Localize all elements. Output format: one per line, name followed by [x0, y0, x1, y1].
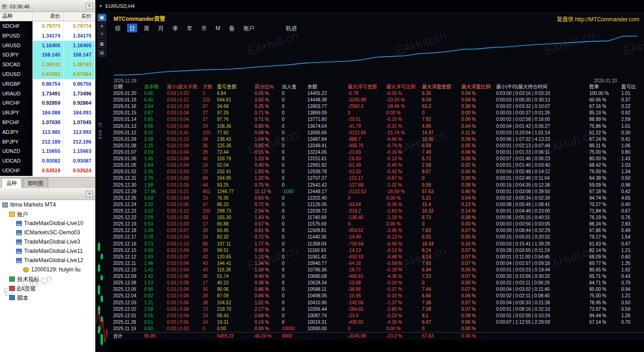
- menu-item-9[interactable]: 备: [227, 24, 237, 32]
- table-row[interactable]: 2026.01.129.310.03 | 0.4112377.820.58 %0…: [108, 130, 644, 136]
- table-row[interactable]: 2025.12.170.780.03 | 0.042482.320.72 %01…: [108, 234, 644, 240]
- navigator-item[interactable]: ltima Markets MT4: [0, 200, 95, 209]
- table-row[interactable]: 2025.12.163.730.03 | 0.1386197.111.77 %0…: [108, 241, 644, 247]
- table-row[interactable]: 2025.12.312.760.03 | 0.0984164.951.32 %0…: [108, 175, 644, 182]
- menu-item-3[interactable]: 周: [141, 24, 152, 32]
- indicator-list-icon[interactable]: ▤: [98, 49, 106, 57]
- navigator-item[interactable]: EA交易: [0, 283, 95, 293]
- table-row[interactable]: 2026.01.050.640.03 | 0.041952.040.40 %01…: [108, 162, 644, 169]
- navigator-item[interactable]: 12000129: huiyin liu: [0, 265, 95, 274]
- table-row[interactable]: 2025.11.280.510.03 | 0.051419.310.19 %01…: [108, 319, 644, 326]
- market-watch-row[interactable]: URGBP0.867540.86756: [0, 79, 95, 89]
- navigator-item[interactable]: ICMarketsSC-Demo03: [0, 228, 95, 237]
- table-row[interactable]: 2026.01.092.380.03 | 0.1058138.431.04 %0…: [108, 136, 644, 143]
- table-row[interactable]: 2026.01.150.870.03 | 0.042797.290.71 %01…: [108, 110, 644, 116]
- table-row[interactable]: 2026.01.200.060.03 | 0.0326.840.05 %0144…: [108, 90, 644, 97]
- menu-item-8[interactable]: M: [213, 25, 223, 32]
- navigator-item[interactable]: 技术指标: [0, 274, 95, 283]
- market-watch-row[interactable]: URUSD1.164051.16405: [0, 41, 95, 50]
- market-watch-row[interactable]: SDCAD1.387411.38743: [0, 60, 95, 69]
- market-watch-row[interactable]: BPJPY212.189212.196: [0, 137, 95, 147]
- cell: 2026.01.16: [113, 103, 143, 110]
- market-watch-row[interactable]: ADJPY113.985113.992: [0, 127, 95, 137]
- menu-item-5[interactable]: 季: [170, 24, 180, 32]
- cell: 0.03 | 0.06: [167, 273, 201, 280]
- table-row[interactable]: 2025.12.010.550.03 | 0.041468.430.68 %01…: [108, 313, 644, 319]
- panel-site-link[interactable]: 复盘侠 http://MTCommander.com: [557, 15, 639, 23]
- table-row[interactable]: 2025.12.121.690.03 | 0.0742120.651.10 %0…: [108, 254, 644, 260]
- table-row[interactable]: 2025.12.022.580.03 | 0.0873218.702.17 %0…: [108, 306, 644, 313]
- table-row[interactable]: 2025.12.101.410.03 | 0.0443116.281.09 %0…: [108, 267, 644, 273]
- cell: 2025.12.08: [113, 280, 143, 286]
- navigator-item[interactable]: TradeMaxGlobal-Live3: [0, 237, 95, 246]
- table-row[interactable]: 2025.11.190.000.00 | 0.0000.000.00 %1000…: [108, 326, 644, 332]
- market-watch-row[interactable]: UDNZD1.156551.15663: [0, 146, 95, 156]
- table-row[interactable]: 2025.12.031.310.03 | 0.0638104.521.01 %0…: [108, 300, 644, 306]
- cell: -0.36 %: [386, 201, 421, 208]
- navigator-item[interactable]: TradeMaxGlobal-Live10: [0, 219, 95, 228]
- menu-item-4[interactable]: 月: [156, 24, 166, 32]
- cell: 5455.22: [217, 333, 253, 340]
- table-row[interactable]: 2025.12.050.950.03 | 0.043090.060.86 %01…: [108, 286, 644, 293]
- chevron-down-icon[interactable]: ▼: [99, 4, 102, 8]
- table-row[interactable]: 2025.12.040.920.03 | 0.042887.090.84 %01…: [108, 293, 644, 299]
- table-row[interactable]: 2025.12.233.620.03 | 0.12103298.732.54 %…: [108, 208, 644, 214]
- market-watch-row[interactable]: URJPY184.088184.091: [0, 108, 95, 118]
- table-row[interactable]: 2026.01.140.850.03 | 0.042797.760.71 %01…: [108, 116, 644, 123]
- table-row[interactable]: 2025.12.2917.960.03 | 0.214511246.7711.1…: [108, 189, 644, 195]
- table-row[interactable]: 2026.01.070.930.03 | 0.042872.440.55 %01…: [108, 149, 644, 156]
- window-restore-icon[interactable]: ▣: [98, 14, 106, 21]
- table-row[interactable]: 2025.12.222.090.03 | 0.0563165.301.43 %0…: [108, 214, 644, 221]
- market-watch-row[interactable]: URAUD1.734911.73496: [0, 89, 95, 99]
- cell: 0.40 %: [255, 162, 281, 169]
- navigator-item[interactable]: TradeMaxGlobal-Live11: [0, 246, 95, 256]
- cell: 104.52: [217, 300, 253, 306]
- table-row[interactable]: 2025.12.111.460.03 | 0.0443144.411.34 %0…: [108, 260, 644, 267]
- market-watch-row[interactable]: SDJPY158.145158.147: [0, 50, 95, 60]
- market-watch-row[interactable]: UDUSD0.670930.67094: [0, 69, 95, 79]
- menu-item-11[interactable]: 轨迹: [283, 24, 299, 32]
- menu-item-7[interactable]: 币: [199, 24, 209, 32]
- navigator-item[interactable]: 脚本: [0, 293, 95, 302]
- table-row[interactable]: 2026.01.196.400.03 | 0.22122544.613.92 %…: [108, 97, 644, 103]
- navigator-item[interactable]: 账户: [0, 209, 95, 219]
- menu-item-10[interactable]: 账户: [241, 24, 257, 32]
- table-row[interactable]: 2026.01.061.450.03 | 0.0445159.791.23 %0…: [108, 156, 644, 162]
- help-icon[interactable]: ?: [98, 31, 106, 39]
- table-row[interactable]: 2025.12.091.420.03 | 0.063551.740.49 %01…: [108, 273, 644, 280]
- menu-item-1[interactable]: 综: [113, 24, 123, 32]
- cell: 0.00 %: [386, 326, 421, 332]
- table-row[interactable]: 2025.12.260.580.03 | 0.041976.350.63 %01…: [108, 195, 644, 201]
- market-watch-row[interactable]: BPCHF1.070301.07045: [0, 118, 95, 127]
- crosshair-icon[interactable]: ✛: [98, 23, 106, 30]
- cell: 6.47: [422, 319, 460, 326]
- table-row[interactable]: 2026.01.163.540.03 | 0.196734.680.25 %01…: [108, 103, 644, 110]
- market-watch-tab-symbols[interactable]: 品种: [1, 178, 22, 188]
- table-row[interactable]: 2025.12.190.530.03 | 0.031765.880.57 %01…: [108, 221, 644, 227]
- close-icon[interactable]: ×: [86, 3, 93, 9]
- menu-item-6[interactable]: 年: [185, 24, 195, 32]
- cell: 88.24 %: [589, 221, 620, 227]
- table-row[interactable]: 2025.12.181.090.03 | 0.072869.450.61 %01…: [108, 227, 644, 234]
- close-icon[interactable]: ×: [86, 191, 93, 197]
- market-watch-row[interactable]: BPUSD1.341741.34175: [0, 31, 95, 41]
- table-row[interactable]: 2025.12.301.580.03 | 0.054493.250.75 %01…: [108, 182, 644, 189]
- market-watch-row[interactable]: UDCAD0.930820.93087: [0, 156, 95, 166]
- table-row[interactable]: 2025.12.150.900.03 | 0.042899.510.90 %01…: [108, 247, 644, 254]
- table-row[interactable]: 2026.01.022.350.03 | 0.0972232.411.83 %0…: [108, 169, 644, 175]
- cell: 0: [282, 143, 306, 149]
- cell: 0.03 | 0.22: [167, 97, 201, 103]
- market-watch-row[interactable]: SDCHF0.797730.79774: [0, 21, 95, 31]
- table-row[interactable]: 2026.01.130.960.03 | 0.0429108.360.80 %0…: [108, 123, 644, 130]
- navigator-item[interactable]: TradeMaxGlobal-Live12: [0, 256, 95, 265]
- market-watch-row[interactable]: URCHF0.928590.92864: [0, 98, 95, 108]
- grid-icon[interactable]: ▦: [98, 40, 106, 48]
- table-row[interactable]: 2025.12.081.630.03 | 0.081740.230.38 %01…: [108, 280, 644, 286]
- table-row[interactable]: 2026.01.081.150.03 | 0.0436125.360.95 %0…: [108, 143, 644, 149]
- market-watch-tab-tick-chart[interactable]: 即时图: [23, 178, 48, 188]
- table-row[interactable]: 2025.12.241.320.03 | 0.063786.330.72 %01…: [108, 201, 644, 208]
- cell: [203, 333, 216, 340]
- market-watch-row[interactable]: UDCHF0.535190.53524: [0, 166, 95, 176]
- menu-item-2[interactable]: 日: [127, 24, 137, 32]
- cell: 11740.99: [307, 214, 346, 221]
